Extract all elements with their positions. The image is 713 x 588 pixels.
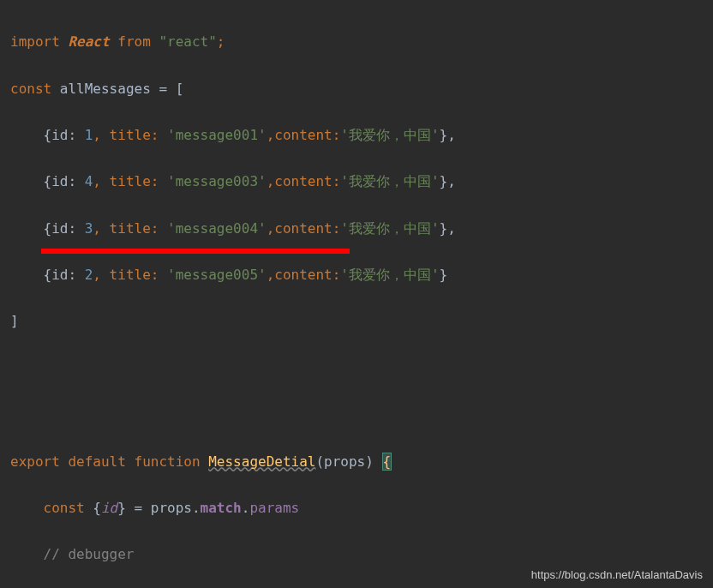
code-line: const {id} = props.match.params bbox=[0, 496, 713, 519]
code-line: export default function MessageDetial(pr… bbox=[0, 450, 713, 473]
watermark-text: https://blog.csdn.net/AtalantaDavis bbox=[531, 568, 703, 581]
code-line: {id: 4, title: 'message003',content:'我爱你… bbox=[0, 170, 713, 193]
keyword-import: import bbox=[10, 33, 60, 50]
identifier-react: React bbox=[68, 33, 109, 50]
variable: allMessages bbox=[60, 81, 151, 97]
code-line: {id: 2, title: 'message005',content:'我爱你… bbox=[0, 263, 713, 286]
code-line bbox=[0, 357, 713, 380]
keyword-from: from bbox=[117, 33, 151, 50]
semicolon: ; bbox=[217, 33, 225, 50]
keyword-const: const bbox=[10, 81, 51, 97]
highlight-underline bbox=[41, 249, 350, 254]
operator: = [ bbox=[151, 81, 184, 97]
code-line bbox=[0, 403, 713, 426]
code-line: const allMessages = [ bbox=[0, 77, 713, 100]
code-line: ] bbox=[0, 309, 713, 333]
brace-open: { bbox=[382, 453, 392, 471]
string-literal: "react" bbox=[159, 33, 216, 50]
code-editor[interactable]: import React from "react"; const allMess… bbox=[0, 0, 713, 588]
code-line: {id: 1, title: 'message001',content:'我爱你… bbox=[0, 123, 713, 147]
code-line: {id: 3, title: 'message004',content:'我爱你… bbox=[0, 217, 713, 240]
code-line: import React from "react"; bbox=[0, 30, 713, 53]
code-line: // debugger bbox=[0, 543, 713, 566]
comment: // debugger bbox=[10, 546, 135, 562]
function-name: MessageDetial bbox=[208, 453, 315, 470]
